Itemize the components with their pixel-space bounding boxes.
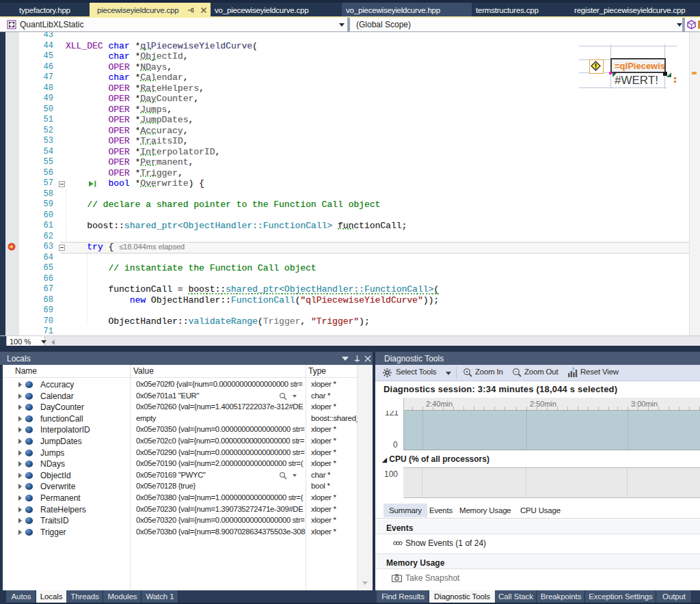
svg-text:?: ? [571,367,575,372]
